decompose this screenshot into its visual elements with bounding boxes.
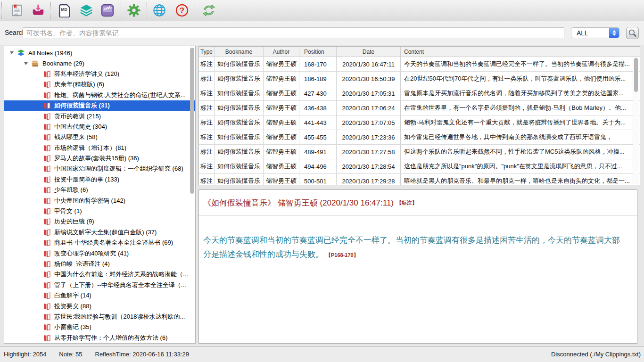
cell-position: 489-491 xyxy=(299,145,337,159)
column-header-author[interactable]: Author xyxy=(264,47,299,57)
disclosure-triangle-icon[interactable] xyxy=(24,62,28,65)
book-icon xyxy=(43,323,51,331)
settings-gear-icon xyxy=(127,3,141,17)
sidebar-item-book[interactable]: 少年凯歌 (6) xyxy=(4,185,195,195)
search-button[interactable] xyxy=(626,27,639,39)
book-icon xyxy=(43,155,51,162)
refresh-button[interactable] xyxy=(202,3,216,17)
cell-date: 2020/1/30 17:07:05 xyxy=(337,115,401,130)
sidebar-item-book[interactable]: 投资要义 (88) xyxy=(4,301,195,311)
sidebar-item-book[interactable]: 白鱼解字 (14) xyxy=(4,290,195,301)
sidebar-item-book[interactable]: 历史的巨镜 (9) xyxy=(4,216,195,227)
detail-title: 《如何假装懂音乐》 储智勇王硕 (2020/1/30 16:47:11)【标注】 xyxy=(203,197,631,208)
sidebar-item-book[interactable]: 管子（上下册）--中华经典名著全本全注全译（... xyxy=(4,280,195,290)
settings-button[interactable] xyxy=(127,3,141,17)
column-header-bookname[interactable]: Bookname xyxy=(215,47,264,57)
column-header-type[interactable]: Type xyxy=(199,47,215,57)
svg-text:MD: MD xyxy=(61,7,67,12)
help-button[interactable]: ? xyxy=(175,3,189,17)
column-header-content[interactable]: Content xyxy=(401,47,640,57)
sidebar-item-book[interactable]: 杨伯峻_论语译注 (4) xyxy=(4,259,195,269)
detail-title-text: 《如何假装懂音乐》 储智勇王硕 (2020/1/30 16:47:11) xyxy=(203,198,394,207)
cell-content: 嘻哈就是黑人的朋克音乐。和最早的朋克一样，嘻哈也是来自街头的文化，都是一... xyxy=(401,174,640,185)
refresh-icon xyxy=(202,3,216,17)
all-notes-icon xyxy=(17,49,25,57)
book-icon xyxy=(43,334,51,342)
sidebar-item-bookname-group[interactable]: Bookname (29) xyxy=(4,58,195,68)
book-icon xyxy=(43,123,51,131)
sidebar-item-book[interactable]: 中国古代简史 (304) xyxy=(4,122,195,132)
search-input[interactable] xyxy=(23,27,564,38)
sidebar-item-book[interactable]: 枪炮、病菌与钢铁:人类社会的命运(世纪人文系... xyxy=(4,90,195,100)
globe-icon xyxy=(152,3,166,17)
status-note-count: Note: 55 xyxy=(59,351,82,358)
sidebar-scrollbar-thumb[interactable] xyxy=(190,48,194,194)
sidebar-item-book[interactable]: 货币的教训 (215) xyxy=(4,111,195,121)
sidebar-item-book[interactable]: 小窗幽记 (35) xyxy=(4,322,195,332)
search-row: Search ALL xyxy=(0,21,644,45)
sidebar-item-book[interactable]: 中国国家治理的制度逻辑：一个组织学研究 (68) xyxy=(4,164,195,174)
disclosure-triangle-icon[interactable] xyxy=(10,51,14,54)
website-button[interactable] xyxy=(152,3,166,17)
table-row[interactable]: 标注如何假装懂音乐储智勇王硕427-4302020/1/30 17:05:31雷… xyxy=(199,86,640,101)
sidebar-item-book[interactable]: 罗马人的故事(套装共15册) (36) xyxy=(4,153,195,164)
table-row[interactable]: 标注如何假装懂音乐储智勇王硕500-5012020/1/30 17:29:28嘻… xyxy=(199,174,640,185)
filter-dropdown[interactable]: ALL xyxy=(571,27,619,38)
markdown-export-button[interactable]: MD xyxy=(58,3,72,17)
book-icon xyxy=(43,165,51,173)
sidebar-item-book[interactable]: 如何假装懂音乐 (31) xyxy=(4,100,195,111)
book-icon xyxy=(43,303,51,310)
notes-button[interactable] xyxy=(10,3,24,17)
detail-body: 今天的节奏蓝调和当初的节奏蓝调已经完全不一样了。当初的节奏蓝调有很多是描述困苦生… xyxy=(203,233,627,262)
table-row[interactable]: 标注如何假装懂音乐储智勇王硕489-4912020/1/30 17:27:58但… xyxy=(199,145,640,159)
layers-export-button[interactable] xyxy=(79,3,93,17)
cell-author: 储智勇王硕 xyxy=(264,72,299,86)
cell-bookname: 如何假装懂音乐 xyxy=(215,57,264,71)
cell-bookname: 如何假装懂音乐 xyxy=(215,115,264,130)
sidebar-item-book[interactable]: 苏世民:我的经验与教训（2018读桥水达利欧的... xyxy=(4,312,195,322)
table-header: TypeBooknameAuthorPositionDateContent xyxy=(199,47,640,57)
sidebar-item-book[interactable]: 从零开始学写作：个人增值的有效方法 (6) xyxy=(4,333,195,343)
sidebar-item-book[interactable]: 投资中最简单的事 (133) xyxy=(4,174,195,185)
table-row[interactable]: 标注如何假装懂音乐储智勇王硕186-1892020/1/30 16:50:39在… xyxy=(199,72,640,86)
table-row[interactable]: 标注如何假装懂音乐储智勇王硕494-4962020/1/30 17:28:54这… xyxy=(199,159,640,174)
cell-author: 储智勇王硕 xyxy=(264,174,299,185)
sidebar-item-book[interactable]: 庆余年(精校版) (6) xyxy=(4,79,195,90)
book-icon xyxy=(43,91,51,99)
sidebar-item-book[interactable]: 改变心理学的40项研究 (41) xyxy=(4,248,195,258)
column-header-position[interactable]: Position xyxy=(299,47,337,57)
table-row[interactable]: 标注如何假装懂音乐储智勇王硕455-4552020/1/30 17:23:36如… xyxy=(199,130,640,145)
column-header-date[interactable]: Date xyxy=(337,47,401,57)
sidebar-item-book[interactable]: 甲骨文 (1) xyxy=(4,206,195,216)
sidebar-item-book[interactable]: 中央帝国的哲学密码 (142) xyxy=(4,195,195,206)
cell-bookname: 如何假装懂音乐 xyxy=(215,174,264,185)
table-scrollbar-track[interactable] xyxy=(633,57,639,184)
sidebar-item-book[interactable]: 商君书-中华经典名著全本全注全译丛书 (69) xyxy=(4,238,195,248)
sidebar-item-all-notes[interactable]: All Notes (1946) xyxy=(4,48,195,58)
toolbar-separator xyxy=(121,2,121,19)
sidebar-item-book[interactable]: 薛兆丰经济学讲义 (120) xyxy=(4,69,195,79)
table-row[interactable]: 标注如何假装懂音乐储智勇王硕436-4382020/1/30 17:06:24在… xyxy=(199,101,640,115)
cell-bookname: 如何假装懂音乐 xyxy=(215,72,264,86)
cell-type: 标注 xyxy=(199,159,215,173)
cell-type: 标注 xyxy=(199,86,215,100)
sidebar-item-book[interactable]: 钱从哪里来 (58) xyxy=(4,132,195,142)
sidebar-item-book[interactable]: 中国为什么有前途：对外经济关系的战略潜能（... xyxy=(4,269,195,280)
book-icon xyxy=(43,239,51,247)
cell-type: 标注 xyxy=(199,115,215,130)
toolbar-separator xyxy=(195,2,195,19)
book-icon xyxy=(43,250,51,257)
toolbar-separator xyxy=(50,2,51,19)
table-scrollbar-thumb[interactable] xyxy=(634,58,638,92)
cell-author: 储智勇王硕 xyxy=(264,145,299,159)
import-button[interactable] xyxy=(31,3,45,17)
table-row[interactable]: 标注如何假装懂音乐储智勇王硕441-4432020/1/30 17:07:05鲍… xyxy=(199,115,640,130)
table-row[interactable]: 标注如何假装懂音乐储智勇王硕168-1702020/1/30 16:47:11今… xyxy=(199,57,640,72)
cell-bookname: 如何假装懂音乐 xyxy=(215,86,264,100)
cell-type: 标注 xyxy=(199,57,215,71)
sidebar-item-book[interactable]: 市场的逻辑（增订本）(81) xyxy=(4,143,195,153)
cell-content: 鲍勃·马利对雷鬼文化还有一个重大贡献，就是将脏辫传播到了世界各地。关于为... xyxy=(401,115,640,130)
sidebar-item-book[interactable]: 新编说文解字大全集(超值白金版) (37) xyxy=(4,227,195,238)
statistics-button[interactable] xyxy=(100,3,115,17)
cell-type: 标注 xyxy=(199,145,215,159)
